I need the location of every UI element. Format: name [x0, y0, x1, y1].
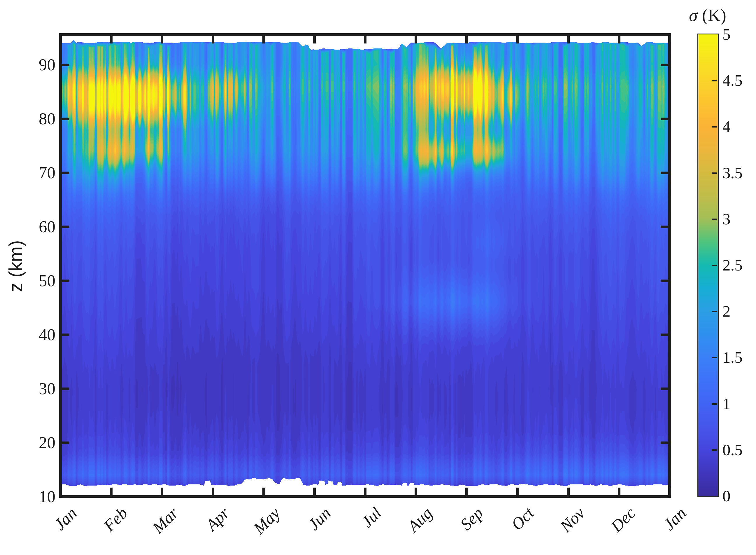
tick-mark: [62, 225, 69, 228]
tick-mark: [465, 36, 468, 43]
colorbar-tick-mark: [712, 403, 717, 405]
tick-mark: [212, 487, 214, 495]
y-tick-label: 80: [9, 109, 55, 129]
y-tick-label: 20: [9, 433, 55, 453]
tick-mark: [263, 36, 265, 43]
colorbar-tick-label: 4: [722, 117, 756, 136]
colorbar-tick-mark: [712, 80, 717, 81]
colorbar-tick-label: 1: [722, 394, 756, 413]
tick-mark: [59, 487, 62, 495]
tick-mark: [161, 487, 163, 495]
colorbar-tick-label: 2.5: [722, 256, 756, 274]
tick-mark: [313, 36, 316, 43]
heatmap-canvas: [60, 34, 670, 497]
colorbar-tick-label: 1.5: [722, 348, 756, 367]
tick-mark: [62, 172, 69, 174]
y-tick-label: 70: [9, 163, 55, 183]
colorbar-tick-mark: [712, 311, 717, 312]
tick-mark: [62, 63, 69, 66]
tick-mark: [59, 36, 62, 43]
figure: 102030405060708090 JanFebMarAprMayJunJul…: [0, 0, 756, 555]
tick-mark: [661, 225, 668, 228]
tick-mark: [661, 441, 668, 444]
colorbar-tick-label: 4.5: [722, 71, 756, 90]
colorbar-title: σ (K): [689, 5, 726, 26]
tick-mark: [618, 487, 620, 495]
sigma-symbol: σ: [689, 6, 698, 25]
tick-mark: [567, 487, 570, 495]
tick-mark: [161, 36, 163, 43]
colorbar-tick-mark: [712, 450, 717, 451]
tick-mark: [661, 118, 668, 120]
y-tick-label: 30: [9, 379, 55, 398]
tick-mark: [62, 496, 69, 498]
tick-mark: [62, 118, 69, 120]
tick-mark: [110, 487, 112, 495]
tick-mark: [62, 441, 69, 444]
colorbar-tick-label: 2: [722, 302, 756, 321]
tick-mark: [62, 280, 69, 282]
y-tick-label: 10: [9, 487, 55, 507]
tick-mark: [516, 487, 519, 495]
colorbar-tick-label: 0: [722, 487, 756, 505]
tick-mark: [661, 387, 668, 390]
tick-mark: [668, 487, 671, 495]
tick-mark: [668, 36, 671, 43]
colorbar-tick-mark: [712, 172, 717, 174]
colorbar-tick-mark: [712, 219, 717, 220]
tick-mark: [263, 487, 265, 495]
tick-mark: [364, 36, 367, 43]
y-tick-label: 40: [9, 325, 55, 345]
colorbar-unit: (K): [698, 6, 726, 25]
colorbar-tick-label: 3: [722, 210, 756, 228]
colorbar-tick-mark: [712, 126, 717, 128]
colorbar-tick-mark: [712, 357, 717, 358]
tick-mark: [212, 36, 214, 43]
tick-mark: [110, 36, 112, 43]
tick-mark: [62, 334, 69, 336]
colorbar-tick-label: 5: [722, 25, 756, 44]
tick-mark: [661, 280, 668, 282]
colorbar-tick-label: 0.5: [722, 441, 756, 459]
tick-mark: [364, 487, 367, 495]
tick-mark: [465, 487, 468, 495]
tick-mark: [415, 36, 417, 43]
tick-mark: [313, 487, 316, 495]
colorbar-tick-label: 3.5: [722, 164, 756, 182]
y-axis-label: z (km): [5, 240, 27, 292]
x-tick-label: Jan: [14, 504, 81, 555]
tick-mark: [661, 172, 668, 174]
y-tick-label: 60: [9, 217, 55, 237]
tick-mark: [661, 334, 668, 336]
colorbar-tick-mark: [712, 265, 717, 266]
tick-mark: [661, 63, 668, 66]
tick-mark: [567, 36, 570, 43]
tick-mark: [62, 387, 69, 390]
tick-mark: [415, 487, 417, 495]
tick-mark: [516, 36, 519, 43]
tick-mark: [618, 36, 620, 43]
tick-mark: [661, 496, 668, 498]
y-tick-label: 90: [9, 55, 55, 75]
